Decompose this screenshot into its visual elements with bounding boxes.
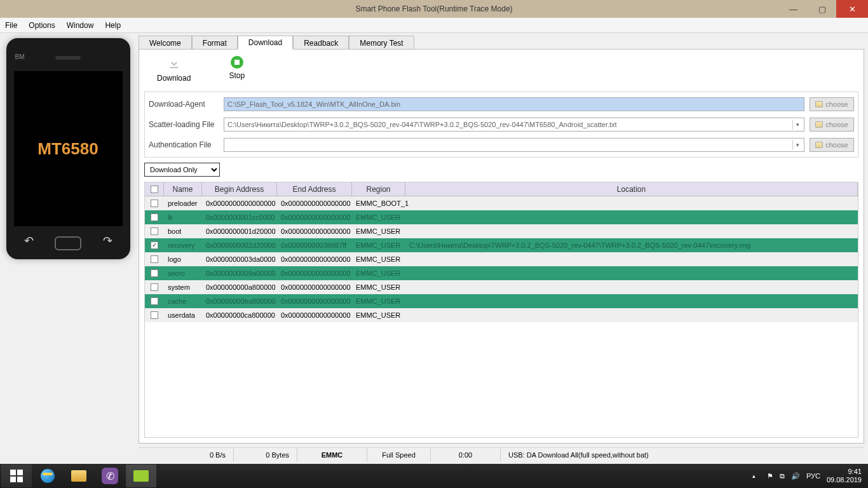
status-storage: EMMC — [297, 448, 367, 461]
cell-name: cache — [164, 294, 202, 308]
tab-welcome[interactable]: Welcome — [139, 36, 192, 50]
cell-end: 0x0000000000000000 — [277, 224, 352, 238]
cell-name: recovery — [164, 238, 202, 252]
partition-table: Name Begin Address End Address Region Lo… — [144, 182, 858, 438]
table-row[interactable]: ✓recovery0x0000000002d200000x00000000038… — [145, 238, 858, 252]
stop-button[interactable]: Stop — [229, 56, 245, 83]
phone-mockup: BM MT6580 ↶ ↷ — [6, 38, 130, 259]
viber-icon: ✆ — [102, 468, 118, 484]
tray-network-icon[interactable]: ⧉ — [780, 472, 785, 480]
row-checkbox[interactable] — [145, 252, 164, 266]
tab-download[interactable]: Download — [238, 36, 293, 50]
taskbar-app[interactable] — [126, 464, 156, 487]
cell-begin: 0x00000000ca800000 — [202, 308, 277, 322]
table-row[interactable]: system0x000000000a8000000x00000000000000… — [145, 280, 858, 294]
row-checkbox[interactable] — [145, 224, 164, 238]
tray-lang[interactable]: РУС — [806, 472, 820, 480]
row-checkbox[interactable] — [145, 294, 164, 308]
row-checkbox[interactable] — [145, 308, 164, 322]
menu-options[interactable]: Options — [29, 21, 55, 30]
scatter-choose-button[interactable]: choose — [810, 118, 854, 132]
status-speed: 0 B/s — [139, 448, 234, 461]
cell-end: 0x0000000000000000 — [277, 280, 352, 294]
chip-label: MT6580 — [37, 139, 98, 159]
menu-help[interactable]: Help — [105, 21, 121, 30]
phone-speaker — [55, 56, 81, 60]
tab-memory-test[interactable]: Memory Test — [349, 36, 414, 50]
row-checkbox[interactable]: ✓ — [145, 238, 164, 252]
window-title: Smart Phone Flash Tool(Runtime Trace Mod… — [355, 4, 512, 13]
taskbar: ✆ ▴ ⚑ ⧉ 🔊 РУС 9:41 09.08.2019 — [0, 464, 868, 488]
cell-end: 0x0000000000000000 — [277, 252, 352, 266]
table-row[interactable]: boot0x0000000001d200000x0000000000000000… — [145, 224, 858, 238]
minimize-button[interactable]: — — [779, 0, 808, 18]
svg-rect-0 — [170, 67, 178, 69]
ie-icon — [41, 469, 55, 483]
taskbar-ie[interactable] — [32, 464, 63, 487]
cell-region: EMMC_BOOT_1 — [352, 196, 405, 210]
header-region[interactable]: Region — [352, 182, 405, 196]
chevron-down-icon[interactable]: ▾ — [792, 119, 803, 130]
cell-begin: 0x00000000ba800000 — [202, 294, 277, 308]
taskbar-viber[interactable]: ✆ — [95, 464, 125, 487]
tray-clock[interactable]: 9:41 09.08.2019 — [827, 468, 862, 484]
table-row[interactable]: cache0x00000000ba8000000x000000000000000… — [145, 294, 858, 308]
cell-location — [405, 210, 858, 224]
header-location[interactable]: Location — [405, 182, 858, 196]
windows-logo-icon — [10, 470, 23, 482]
table-row[interactable]: preloader0x00000000000000000x00000000000… — [145, 196, 858, 210]
header-end[interactable]: End Address — [277, 182, 352, 196]
taskbar-explorer[interactable] — [64, 464, 94, 487]
da-input[interactable] — [224, 97, 804, 111]
cell-region: EMMC_USER — [352, 210, 405, 224]
start-button[interactable] — [1, 464, 32, 487]
download-arrow-icon — [166, 56, 182, 71]
menu-file[interactable]: File — [5, 21, 17, 30]
auth-input[interactable]: ▾ — [224, 138, 804, 152]
cell-name: logo — [164, 252, 202, 266]
cell-begin: 0x000000000a800000 — [202, 280, 277, 294]
cell-end: 0x0000000000000000 — [277, 210, 352, 224]
header-checkbox[interactable] — [145, 182, 164, 196]
tray-expand-icon[interactable]: ▴ — [750, 464, 758, 487]
header-name[interactable]: Name — [164, 182, 202, 196]
row-checkbox[interactable] — [145, 210, 164, 224]
tray-volume-icon[interactable]: 🔊 — [791, 472, 800, 480]
row-checkbox[interactable] — [145, 280, 164, 294]
menu-window[interactable]: Window — [67, 21, 94, 30]
table-row[interactable]: logo0x0000000003da00000x0000000000000000… — [145, 252, 858, 266]
tab-readback[interactable]: Readback — [293, 36, 349, 50]
status-link: Full Speed — [367, 448, 431, 461]
cell-begin: 0x0000000002d20000 — [202, 238, 277, 252]
tab-format[interactable]: Format — [192, 36, 238, 50]
status-usb: USB: DA Download All(full speed,without … — [501, 448, 864, 461]
folder-icon — [71, 470, 86, 482]
cell-name: secro — [164, 266, 202, 280]
row-checkbox[interactable] — [145, 196, 164, 210]
cell-location — [405, 294, 858, 308]
row-checkbox[interactable] — [145, 266, 164, 280]
android-icon — [133, 470, 149, 482]
table-row[interactable]: secro0x0000000009a000000x000000000000000… — [145, 266, 858, 280]
maximize-button[interactable]: ▢ — [808, 0, 836, 18]
phone-home-icon — [55, 236, 81, 250]
table-row[interactable]: lk0x0000000001cc00000x0000000000000000EM… — [145, 210, 858, 224]
close-button[interactable]: ✕ — [836, 0, 868, 18]
cell-location: C:\Users\Никита\Desktop\TWRP+3.0.2_BQS-5… — [405, 238, 858, 252]
cell-name: userdata — [164, 308, 202, 322]
phone-back-icon: ↶ — [24, 234, 34, 248]
header-begin[interactable]: Begin Address — [202, 182, 277, 196]
mode-select[interactable]: Download Only — [144, 163, 220, 177]
scatter-input[interactable]: C:\Users\Никита\Desktop\TWRP+3.0.2_BQS-5… — [224, 118, 804, 132]
cell-region: EMMC_USER — [352, 294, 405, 308]
cell-begin: 0x0000000000000000 — [202, 196, 277, 210]
table-row[interactable]: userdata0x00000000ca8000000x000000000000… — [145, 308, 858, 322]
auth-choose-button[interactable]: choose — [810, 138, 854, 152]
da-choose-button[interactable]: choose — [810, 97, 854, 111]
cell-location — [405, 224, 858, 238]
chevron-down-icon[interactable]: ▾ — [792, 140, 803, 150]
cell-begin: 0x0000000009a00000 — [202, 266, 277, 280]
download-button[interactable]: Download — [157, 56, 191, 83]
cell-region: EMMC_USER — [352, 280, 405, 294]
tray-flag-icon[interactable]: ⚑ — [767, 472, 773, 480]
